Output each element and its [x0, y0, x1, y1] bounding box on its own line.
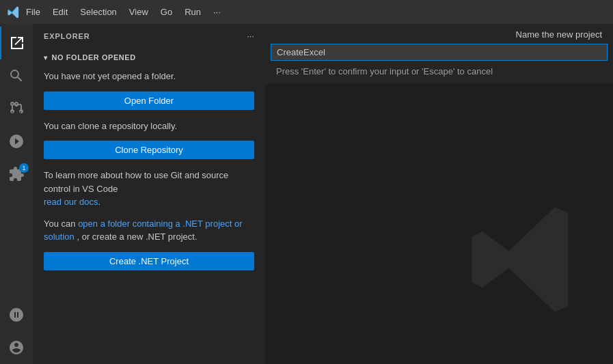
- activity-source-control[interactable]: [0, 92, 33, 125]
- net-pre: You can: [44, 219, 76, 229]
- svg-rect-0: [11, 37, 16, 38]
- activity-run[interactable]: [0, 125, 33, 158]
- no-folder-text1: You have not yet opened a folder.: [44, 70, 254, 83]
- activity-extensions[interactable]: 1: [0, 158, 33, 191]
- sidebar: EXPLORER ··· ▾ NO FOLDER OPENED You have…: [33, 24, 265, 364]
- activity-bar: 1: [0, 24, 33, 364]
- menu-file[interactable]: File: [21, 4, 46, 20]
- command-palette: Name the new project Press 'Enter' to co…: [265, 24, 613, 83]
- main-layout: 1 EXPLORER ··· ▾ NO FOLDER OPENED You ha…: [0, 24, 613, 364]
- chevron-down-icon: ▾: [44, 54, 48, 61]
- vscode-watermark: [463, 198, 586, 323]
- titlebar-menu: File Edit Selection View Go Run ···: [21, 4, 226, 20]
- clone-repository-button[interactable]: Clone Repository: [44, 141, 254, 159]
- command-palette-title: Name the new project: [265, 24, 613, 44]
- net-project-text: You can open a folder containing a .NET …: [44, 217, 254, 244]
- command-palette-input-wrap[interactable]: [271, 44, 608, 61]
- menu-view[interactable]: View: [124, 4, 154, 20]
- menu-selection[interactable]: Selection: [74, 4, 122, 20]
- project-name-input[interactable]: [277, 47, 601, 57]
- sidebar-content: ▾ NO FOLDER OPENED You have not yet open…: [33, 48, 265, 364]
- clone-repo-text: You can clone a repository locally.: [44, 120, 254, 133]
- sidebar-header-actions[interactable]: ···: [247, 31, 254, 41]
- no-folder-section[interactable]: ▾ NO FOLDER OPENED: [44, 53, 254, 61]
- menu-go[interactable]: Go: [155, 4, 178, 20]
- git-docs-text: To learn more about how to use Git and s…: [44, 169, 254, 209]
- more-actions-icon[interactable]: ···: [247, 31, 254, 41]
- editor-area: Name the new project Press 'Enter' to co…: [265, 24, 613, 364]
- sidebar-header: EXPLORER ···: [33, 24, 265, 48]
- titlebar: File Edit Selection View Go Run ···: [0, 0, 613, 24]
- activity-remote[interactable]: [0, 298, 33, 331]
- extensions-badge: 1: [19, 163, 29, 173]
- vscode-logo-icon: [7, 5, 21, 19]
- activity-search[interactable]: [0, 59, 33, 92]
- menu-edit[interactable]: Edit: [47, 4, 73, 20]
- open-folder-button[interactable]: Open Folder: [44, 92, 254, 110]
- no-folder-title: NO FOLDER OPENED: [52, 53, 136, 61]
- activity-accounts[interactable]: [0, 331, 33, 364]
- menu-more[interactable]: ···: [208, 4, 226, 20]
- sidebar-title: EXPLORER: [44, 32, 90, 40]
- activity-explorer[interactable]: [0, 27, 33, 59]
- create-net-project-button[interactable]: Create .NET Project: [44, 252, 254, 270]
- command-palette-hint: Press 'Enter' to confirm your input or '…: [265, 61, 613, 83]
- net-mid: , or create a new .NET project.: [77, 232, 197, 242]
- git-docs-pre: To learn more about how to use Git and s…: [44, 170, 228, 194]
- read-docs-link[interactable]: read our docs: [44, 197, 98, 207]
- menu-run[interactable]: Run: [179, 4, 206, 20]
